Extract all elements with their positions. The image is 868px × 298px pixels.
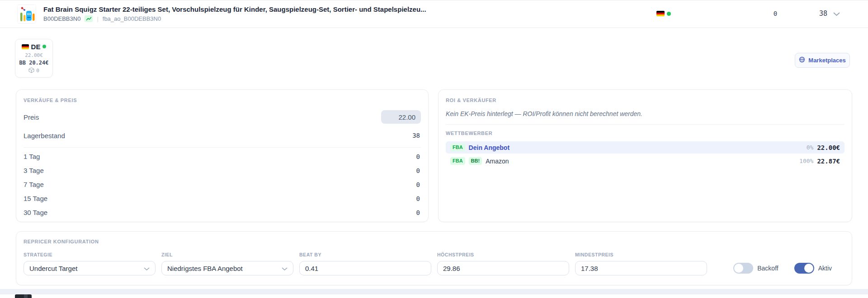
germany-flag-icon: [22, 44, 29, 49]
period-row-15tage: 15 Tage 0: [24, 191, 421, 205]
target-field: ZIEL Niedrigstes FBA Angebot: [161, 252, 293, 275]
period-row-30tage: 30 Tage 0: [24, 205, 421, 219]
competitor-list: FBA Dein Angebot 0% 22.00€ FBA BB! Amazo…: [446, 141, 844, 167]
beat-by-field: BEAT BY: [299, 252, 431, 275]
fba-badge: FBA: [450, 144, 465, 151]
competitor-name: Amazon: [486, 158, 509, 165]
header-stock-group: 38: [819, 9, 840, 18]
buybox-share: 0%: [807, 144, 814, 151]
product-title-block: Fat Brain Squigz Starter 22-teiliges Set…: [43, 6, 426, 22]
period-value: 0: [416, 153, 420, 160]
marketplace-code: DE: [31, 43, 41, 51]
competitor-price: 22.87€: [817, 158, 840, 165]
green-dot-icon: [42, 45, 46, 48]
row-separator-band: [0, 289, 868, 294]
beat-by-label: BEAT BY: [299, 252, 431, 257]
competitor-name: Dein Angebot: [469, 144, 509, 151]
toggle-knob: [804, 264, 813, 273]
min-price-label: MINDESTPREIS: [575, 252, 707, 257]
globe-icon: [799, 56, 805, 64]
product-sku: fba_ao_B00DEBB3N0: [103, 16, 161, 22]
marketplace-buybox-price: BB 20.24€: [19, 60, 48, 66]
min-price-input[interactable]: [575, 261, 707, 275]
marketplaces-button[interactable]: Marketplaces: [795, 53, 850, 68]
period-label: 1 Tag: [24, 153, 40, 160]
period-value: 0: [416, 195, 420, 202]
buybox-badge: BB!: [469, 157, 482, 164]
competitor-price: 22.00€: [817, 144, 840, 151]
strategy-value: Undercut Target: [29, 265, 77, 272]
repricer-panel-title: REPRICER KONFIGURATION: [24, 239, 844, 244]
period-label: 15 Tage: [24, 195, 47, 202]
active-toggle-label: Aktiv: [818, 265, 832, 272]
next-row-thumbnail: [15, 294, 32, 298]
competitors-title: WETTBEWERBER: [446, 130, 844, 136]
target-value: Niedrigstes FBA Angebot: [167, 265, 243, 272]
competitor-row-own-offer[interactable]: FBA Dein Angebot 0% 22.00€: [446, 141, 844, 154]
roi-panel-title: ROI & VERKÄUFER: [446, 98, 844, 103]
strategy-select[interactable]: Undercut Target: [24, 261, 156, 275]
chevron-down-icon[interactable]: [833, 10, 840, 18]
period-label: 7 Tage: [24, 181, 44, 188]
min-price-field: MINDESTPREIS: [575, 252, 707, 275]
header-stock-value: 38: [819, 9, 827, 18]
backoff-toggle-label: Backoff: [757, 265, 778, 272]
repricer-toggles: Backoff Aktiv: [733, 261, 844, 275]
repricer-fields: STRATEGIE Undercut Target ZIEL Niedrigst…: [24, 252, 844, 275]
active-toggle[interactable]: [794, 263, 814, 274]
marketplace-price: 22.00€: [25, 52, 43, 58]
roi-sellers-panel: ROI & VERKÄUFER Kein EK-Preis hinterlegt…: [438, 89, 852, 222]
toggle-knob: [734, 264, 743, 273]
header-marketplace-status: [656, 11, 671, 16]
strategy-field: STRATEGIE Undercut Target: [24, 252, 156, 275]
germany-flag-icon: [656, 11, 665, 16]
price-label: Preis: [24, 113, 39, 121]
chart-icon[interactable]: [85, 15, 93, 22]
max-price-field: HÖCHSTPREIS: [437, 252, 569, 275]
marketplace-orders-count: 0: [36, 68, 39, 74]
target-label: ZIEL: [161, 252, 293, 257]
fba-badge: FBA: [450, 157, 465, 164]
product-title: Fat Brain Squigz Starter 22-teiliges Set…: [43, 6, 426, 14]
chevron-down-icon: [282, 265, 288, 272]
marketplace-card-de[interactable]: DE 22.00€ BB 20.24€ 0: [15, 39, 53, 78]
period-label: 3 Tage: [24, 167, 44, 174]
price-row: Preis 22.00: [24, 107, 421, 127]
roi-missing-cost-notice: Kein EK-Preis hinterlegt — ROI/Profit kö…: [446, 110, 844, 117]
period-value: 0: [416, 209, 420, 216]
stock-label: Lagerbestand: [24, 132, 65, 140]
marketplaces-button-label: Marketplaces: [808, 57, 845, 64]
period-value: 0: [416, 181, 420, 188]
period-value: 0: [416, 167, 420, 174]
divider: [446, 124, 844, 125]
product-header: Fat Brain Squigz Starter 22-teiliges Set…: [0, 0, 868, 28]
sales-panel-title: VERKÄUFE & PREIS: [24, 98, 421, 103]
separator: |: [97, 16, 98, 22]
price-value-box[interactable]: 22.00: [381, 110, 421, 124]
sales-price-panel: VERKÄUFE & PREIS Preis 22.00 Lagerbestan…: [16, 89, 429, 222]
repricer-config-panel: REPRICER KONFIGURATION STRATEGIE Undercu…: [16, 231, 852, 285]
period-row-3tage: 3 Tage 0: [24, 163, 421, 177]
stock-row: Lagerbestand 38: [24, 127, 421, 144]
target-select[interactable]: Niedrigstes FBA Angebot: [161, 261, 293, 275]
backoff-toggle[interactable]: [733, 263, 753, 274]
competitor-row-amazon[interactable]: FBA BB! Amazon 100% 22.87€: [446, 155, 844, 167]
green-dot-icon: [667, 12, 671, 16]
product-asin: B00DEBB3N0: [43, 16, 80, 22]
header-stat-value: 0: [768, 10, 783, 17]
stock-value: 38: [412, 132, 420, 139]
package-icon: [28, 67, 34, 74]
beat-by-input[interactable]: [299, 261, 431, 275]
strategy-label: STRATEGIE: [24, 252, 156, 257]
period-label: 30 Tage: [24, 209, 47, 216]
product-thumbnail: [17, 5, 36, 23]
chevron-down-icon: [144, 265, 150, 272]
max-price-input[interactable]: [437, 261, 569, 275]
buybox-share: 100%: [799, 158, 813, 164]
divider: [24, 147, 421, 148]
period-row-7tage: 7 Tage 0: [24, 177, 421, 191]
max-price-label: HÖCHSTPREIS: [437, 252, 569, 257]
period-row-1tag: 1 Tag 0: [24, 149, 421, 163]
